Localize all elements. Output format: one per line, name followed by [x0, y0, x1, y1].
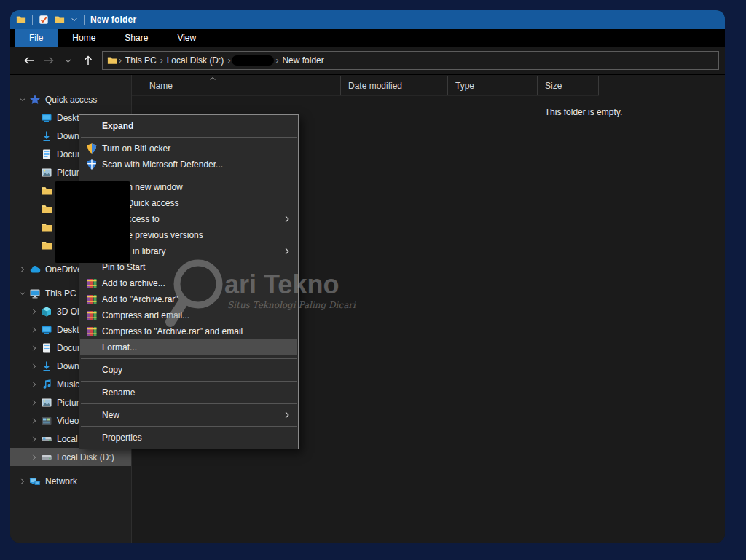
chevron-right-icon[interactable]	[28, 326, 41, 334]
submenu-arrow-icon	[283, 215, 291, 224]
sidebar-item-network[interactable]: Network	[10, 472, 131, 490]
tab-home[interactable]: Home	[58, 29, 110, 47]
context-menu-item-add-to-archive-rar[interactable]: Add to "Archive.rar"	[80, 291, 297, 307]
redacted-region	[55, 181, 130, 263]
chevron-right-icon[interactable]	[28, 435, 41, 443]
chevron-right-icon[interactable]	[28, 363, 41, 370]
context-menu-label: Compress to "Archive.rar" and email	[102, 326, 243, 336]
chev-d-icon	[19, 96, 26, 103]
sort-ascending-icon	[209, 74, 216, 84]
context-menu-label: Format...	[102, 342, 137, 352]
context-menu-item-format[interactable]: Format...	[80, 339, 297, 355]
breadcrumb-separator-icon: ›	[226, 55, 232, 66]
screenshot-frame: New folder FileHomeShareView ›This PC›Lo…	[0, 0, 746, 560]
window-title: New folder	[90, 15, 136, 25]
context-menu-label: Rename	[102, 387, 135, 398]
context-menu-label: Scan with Microsoft Defender...	[102, 159, 223, 170]
bitlocker-shield-icon	[86, 143, 98, 154]
context-menu-item-scan-with-microsoft-defender[interactable]: Scan with Microsoft Defender...	[80, 157, 297, 173]
chevron-down-icon[interactable]	[16, 96, 29, 103]
context-menu-label: Properties	[102, 433, 142, 443]
winrar-icon	[85, 277, 99, 289]
chevron-right-icon[interactable]	[28, 344, 41, 352]
context-menu-label: New	[102, 410, 119, 420]
chevron-right-icon[interactable]	[28, 381, 41, 388]
back-button[interactable]	[19, 52, 39, 69]
chevron-right-icon[interactable]	[28, 308, 41, 315]
chevron-down-icon[interactable]	[16, 290, 29, 297]
context-menu-item-copy[interactable]: Copy	[80, 362, 297, 378]
tab-share[interactable]: Share	[110, 29, 162, 47]
address-bar[interactable]: ›This PC›Local Disk (D:)››New folder	[102, 51, 719, 70]
column-header-date-modified[interactable]: Date modified	[341, 76, 448, 95]
document-icon	[41, 149, 52, 160]
chevron-right-icon[interactable]	[28, 417, 41, 425]
recent-locations-button[interactable]	[58, 52, 78, 69]
folder-icon	[41, 240, 52, 251]
breadcrumb-item-this-pc[interactable]: This PC	[123, 55, 159, 66]
chevron-down-icon[interactable]	[71, 16, 78, 23]
breadcrumb-separator-icon: ›	[117, 55, 123, 66]
chevron-right-icon[interactable]	[28, 454, 41, 461]
context-menu: ExpandTurn on BitLockerScan with Microso…	[79, 114, 299, 449]
menu-separator	[81, 358, 297, 359]
checkbox-icon[interactable]	[39, 15, 49, 25]
breadcrumb-separator-icon: ›	[159, 55, 165, 66]
context-menu-label: Add to archive...	[102, 278, 165, 288]
context-menu-item-compress-and-email[interactable]: Compress and email...	[80, 307, 297, 323]
column-header-label: Type	[455, 81, 474, 91]
winrar-icon	[86, 293, 98, 305]
folder-icon	[41, 185, 52, 197]
titlebar-divider	[32, 15, 33, 25]
chev-r-icon	[31, 381, 38, 388]
sidebar-item-label: OneDrive	[45, 264, 82, 275]
chev-r-icon	[31, 344, 38, 352]
chevron-right-icon[interactable]	[16, 266, 29, 273]
sidebar-item-label: This PC	[45, 288, 76, 299]
chev-r-icon	[19, 266, 26, 273]
context-menu-item-turn-on-bitlocker[interactable]: Turn on BitLocker	[80, 141, 297, 157]
column-header-type[interactable]: Type	[448, 76, 538, 95]
sidebar-item-label: Network	[45, 476, 77, 486]
forward-button[interactable]	[39, 52, 58, 69]
empty-folder-message: This folder is empty.	[511, 107, 656, 117]
chev-u-icon	[209, 75, 216, 82]
up-button[interactable]	[78, 52, 98, 69]
chev-r-icon	[283, 247, 291, 256]
chev-r-icon	[31, 454, 38, 461]
menu-separator	[81, 137, 297, 138]
context-menu-item-properties[interactable]: Properties	[80, 430, 297, 446]
submenu-arrow-icon	[283, 247, 291, 256]
sidebar-item-quick-access[interactable]: Quick access	[10, 90, 131, 109]
chevron-right-icon[interactable]	[16, 478, 29, 485]
folder-icon	[41, 203, 52, 215]
context-menu-item-new[interactable]: New	[80, 407, 297, 423]
context-menu-label: Compress and email...	[102, 310, 189, 320]
titlebar-divider	[84, 15, 85, 25]
drive-icon	[41, 451, 52, 463]
tab-view[interactable]: View	[162, 29, 211, 47]
breadcrumb-item-new-folder[interactable]: New folder	[280, 55, 326, 66]
monitor-icon	[41, 112, 52, 124]
tab-file[interactable]: File	[15, 29, 58, 47]
column-header-name[interactable]: Name	[132, 76, 341, 95]
monitor-icon	[41, 324, 52, 336]
menu-separator	[81, 381, 297, 382]
sidebar-item-local-disk-d[interactable]: Local Disk (D:)	[10, 448, 131, 466]
breadcrumb: ›This PC›Local Disk (D:)››New folder	[107, 55, 326, 66]
menu-separator	[81, 403, 297, 404]
music-icon	[41, 379, 52, 390]
chevron-right-icon[interactable]	[28, 399, 41, 406]
column-header-row: NameDate modifiedTypeSize	[132, 76, 599, 96]
video-icon	[41, 415, 52, 427]
column-header-size[interactable]: Size	[538, 76, 599, 95]
context-menu-item-expand[interactable]: Expand	[80, 118, 297, 134]
context-menu-item-compress-to-archive-rar-and-email[interactable]: Compress to "Archive.rar" and email	[80, 323, 297, 339]
folder-icon[interactable]	[55, 15, 65, 25]
chev-r-icon	[31, 363, 38, 370]
breadcrumb-item-local-disk-d[interactable]: Local Disk (D:)	[165, 55, 227, 66]
redacted-breadcrumb-item	[232, 55, 274, 66]
download-icon	[41, 130, 52, 142]
context-menu-item-rename[interactable]: Rename	[80, 384, 297, 401]
context-menu-item-add-to-archive[interactable]: Add to archive...	[80, 275, 297, 291]
